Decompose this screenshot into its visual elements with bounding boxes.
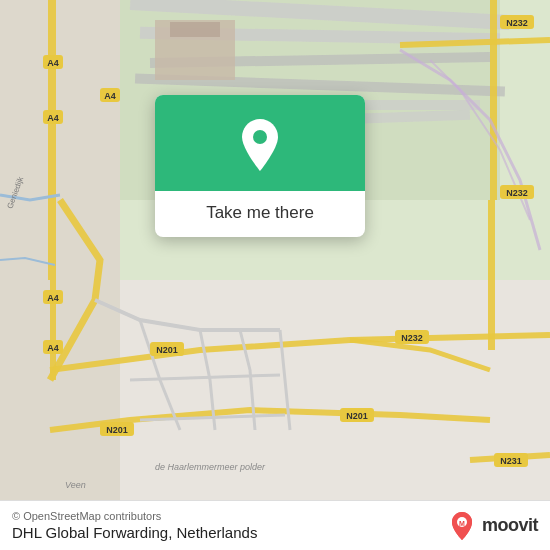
svg-rect-12 — [48, 0, 56, 280]
osm-attribution: © OpenStreetMap contributors — [12, 510, 257, 522]
svg-text:A4: A4 — [47, 113, 59, 123]
svg-text:N232: N232 — [506, 18, 528, 28]
svg-text:M: M — [459, 520, 465, 527]
take-me-there-button[interactable]: Take me there — [196, 191, 324, 237]
moovit-logo: M moovit — [446, 510, 538, 542]
svg-text:N232: N232 — [506, 188, 528, 198]
svg-text:N201: N201 — [106, 425, 128, 435]
moovit-icon: M — [446, 510, 478, 542]
svg-text:A4: A4 — [47, 343, 59, 353]
svg-text:N201: N201 — [156, 345, 178, 355]
location-popup[interactable]: Take me there — [155, 95, 365, 237]
svg-text:Veen: Veen — [65, 480, 86, 490]
attribution-bar: © OpenStreetMap contributors DHL Global … — [0, 500, 550, 550]
svg-text:N232: N232 — [401, 333, 423, 343]
svg-rect-10 — [170, 22, 220, 37]
svg-text:A4: A4 — [47, 58, 59, 68]
svg-text:A4: A4 — [104, 91, 116, 101]
map-background: A4 A4 A4 A4 A4 N232 N232 N232 N201 N201 … — [0, 0, 550, 500]
moovit-label: moovit — [482, 515, 538, 536]
svg-rect-14 — [490, 0, 497, 200]
svg-text:de Haarlemmermeer polder: de Haarlemmermeer polder — [155, 462, 266, 472]
svg-text:N201: N201 — [346, 411, 368, 421]
bottom-left: © OpenStreetMap contributors DHL Global … — [12, 510, 257, 541]
location-pin-icon — [236, 117, 284, 173]
svg-text:N231: N231 — [500, 456, 522, 466]
location-name: DHL Global Forwarding, Netherlands — [12, 524, 257, 541]
svg-point-43 — [253, 130, 267, 144]
popup-header — [155, 95, 365, 191]
svg-rect-15 — [488, 200, 495, 350]
svg-text:A4: A4 — [47, 293, 59, 303]
map-container: A4 A4 A4 A4 A4 N232 N232 N232 N201 N201 … — [0, 0, 550, 500]
